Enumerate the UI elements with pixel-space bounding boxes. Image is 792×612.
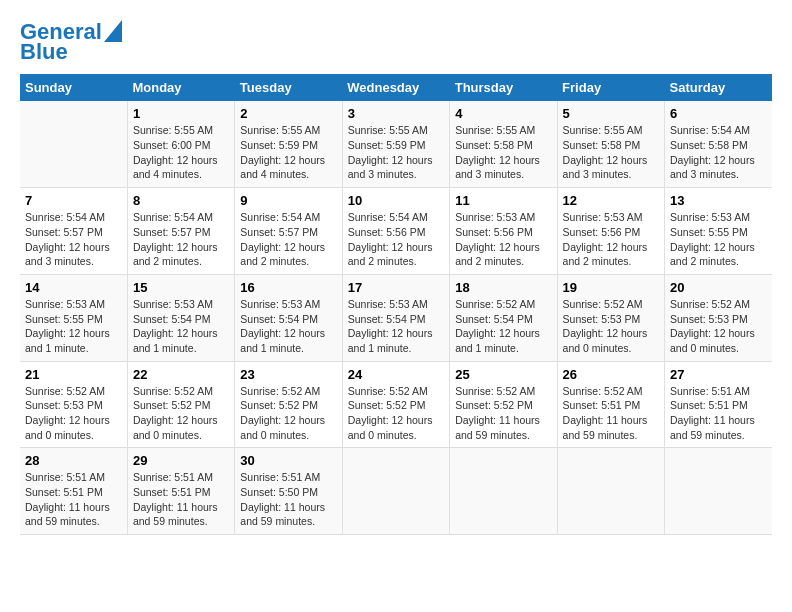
page-header: General Blue: [20, 20, 772, 64]
logo: General Blue: [20, 20, 122, 64]
day-info: Sunrise: 5:51 AM Sunset: 5:50 PM Dayligh…: [240, 470, 336, 529]
calendar-cell: [342, 448, 449, 535]
day-info: Sunrise: 5:53 AM Sunset: 5:54 PM Dayligh…: [133, 297, 229, 356]
calendar-cell: 9Sunrise: 5:54 AM Sunset: 5:57 PM Daylig…: [235, 188, 342, 275]
day-number: 29: [133, 453, 229, 468]
day-number: 17: [348, 280, 444, 295]
weekday-header-saturday: Saturday: [665, 74, 772, 101]
calendar-cell: [450, 448, 557, 535]
calendar-cell: 25Sunrise: 5:52 AM Sunset: 5:52 PM Dayli…: [450, 361, 557, 448]
day-info: Sunrise: 5:52 AM Sunset: 5:54 PM Dayligh…: [455, 297, 551, 356]
calendar-cell: 7Sunrise: 5:54 AM Sunset: 5:57 PM Daylig…: [20, 188, 127, 275]
day-number: 26: [563, 367, 659, 382]
day-number: 25: [455, 367, 551, 382]
calendar-cell: 30Sunrise: 5:51 AM Sunset: 5:50 PM Dayli…: [235, 448, 342, 535]
day-info: Sunrise: 5:52 AM Sunset: 5:52 PM Dayligh…: [133, 384, 229, 443]
calendar-cell: 18Sunrise: 5:52 AM Sunset: 5:54 PM Dayli…: [450, 274, 557, 361]
day-number: 1: [133, 106, 229, 121]
day-info: Sunrise: 5:54 AM Sunset: 5:57 PM Dayligh…: [133, 210, 229, 269]
day-info: Sunrise: 5:51 AM Sunset: 5:51 PM Dayligh…: [670, 384, 767, 443]
calendar-cell: 13Sunrise: 5:53 AM Sunset: 5:55 PM Dayli…: [665, 188, 772, 275]
day-info: Sunrise: 5:52 AM Sunset: 5:52 PM Dayligh…: [240, 384, 336, 443]
weekday-header-sunday: Sunday: [20, 74, 127, 101]
calendar-cell: 3Sunrise: 5:55 AM Sunset: 5:59 PM Daylig…: [342, 101, 449, 187]
day-number: 21: [25, 367, 122, 382]
day-number: 15: [133, 280, 229, 295]
calendar-cell: 17Sunrise: 5:53 AM Sunset: 5:54 PM Dayli…: [342, 274, 449, 361]
calendar-cell: 6Sunrise: 5:54 AM Sunset: 5:58 PM Daylig…: [665, 101, 772, 187]
week-row-5: 28Sunrise: 5:51 AM Sunset: 5:51 PM Dayli…: [20, 448, 772, 535]
day-info: Sunrise: 5:55 AM Sunset: 5:59 PM Dayligh…: [348, 123, 444, 182]
day-number: 8: [133, 193, 229, 208]
day-info: Sunrise: 5:53 AM Sunset: 5:55 PM Dayligh…: [25, 297, 122, 356]
day-info: Sunrise: 5:53 AM Sunset: 5:56 PM Dayligh…: [455, 210, 551, 269]
calendar-table: SundayMondayTuesdayWednesdayThursdayFrid…: [20, 74, 772, 535]
calendar-cell: 23Sunrise: 5:52 AM Sunset: 5:52 PM Dayli…: [235, 361, 342, 448]
day-info: Sunrise: 5:53 AM Sunset: 5:54 PM Dayligh…: [240, 297, 336, 356]
week-row-2: 7Sunrise: 5:54 AM Sunset: 5:57 PM Daylig…: [20, 188, 772, 275]
weekday-header-thursday: Thursday: [450, 74, 557, 101]
weekday-header-wednesday: Wednesday: [342, 74, 449, 101]
calendar-cell: 29Sunrise: 5:51 AM Sunset: 5:51 PM Dayli…: [127, 448, 234, 535]
day-number: 12: [563, 193, 659, 208]
day-info: Sunrise: 5:51 AM Sunset: 5:51 PM Dayligh…: [25, 470, 122, 529]
calendar-cell: 16Sunrise: 5:53 AM Sunset: 5:54 PM Dayli…: [235, 274, 342, 361]
day-info: Sunrise: 5:52 AM Sunset: 5:53 PM Dayligh…: [563, 297, 659, 356]
day-info: Sunrise: 5:52 AM Sunset: 5:51 PM Dayligh…: [563, 384, 659, 443]
day-info: Sunrise: 5:54 AM Sunset: 5:57 PM Dayligh…: [240, 210, 336, 269]
day-info: Sunrise: 5:54 AM Sunset: 5:57 PM Dayligh…: [25, 210, 122, 269]
day-number: 16: [240, 280, 336, 295]
svg-marker-0: [104, 20, 122, 42]
calendar-cell: 19Sunrise: 5:52 AM Sunset: 5:53 PM Dayli…: [557, 274, 664, 361]
calendar-cell: 8Sunrise: 5:54 AM Sunset: 5:57 PM Daylig…: [127, 188, 234, 275]
day-number: 14: [25, 280, 122, 295]
logo-text2: Blue: [20, 40, 68, 64]
day-number: 20: [670, 280, 767, 295]
day-number: 4: [455, 106, 551, 121]
weekday-header-tuesday: Tuesday: [235, 74, 342, 101]
calendar-cell: 2Sunrise: 5:55 AM Sunset: 5:59 PM Daylig…: [235, 101, 342, 187]
calendar-cell: 14Sunrise: 5:53 AM Sunset: 5:55 PM Dayli…: [20, 274, 127, 361]
calendar-cell: 21Sunrise: 5:52 AM Sunset: 5:53 PM Dayli…: [20, 361, 127, 448]
day-number: 22: [133, 367, 229, 382]
weekday-header-row: SundayMondayTuesdayWednesdayThursdayFrid…: [20, 74, 772, 101]
weekday-header-monday: Monday: [127, 74, 234, 101]
calendar-cell: 26Sunrise: 5:52 AM Sunset: 5:51 PM Dayli…: [557, 361, 664, 448]
day-info: Sunrise: 5:52 AM Sunset: 5:52 PM Dayligh…: [348, 384, 444, 443]
day-info: Sunrise: 5:55 AM Sunset: 5:59 PM Dayligh…: [240, 123, 336, 182]
day-info: Sunrise: 5:52 AM Sunset: 5:53 PM Dayligh…: [25, 384, 122, 443]
calendar-cell: 27Sunrise: 5:51 AM Sunset: 5:51 PM Dayli…: [665, 361, 772, 448]
calendar-cell: 5Sunrise: 5:55 AM Sunset: 5:58 PM Daylig…: [557, 101, 664, 187]
calendar-cell: 20Sunrise: 5:52 AM Sunset: 5:53 PM Dayli…: [665, 274, 772, 361]
calendar-cell: [557, 448, 664, 535]
day-info: Sunrise: 5:52 AM Sunset: 5:52 PM Dayligh…: [455, 384, 551, 443]
day-number: 2: [240, 106, 336, 121]
day-info: Sunrise: 5:53 AM Sunset: 5:55 PM Dayligh…: [670, 210, 767, 269]
week-row-4: 21Sunrise: 5:52 AM Sunset: 5:53 PM Dayli…: [20, 361, 772, 448]
day-number: 18: [455, 280, 551, 295]
day-number: 3: [348, 106, 444, 121]
day-number: 10: [348, 193, 444, 208]
day-number: 23: [240, 367, 336, 382]
day-info: Sunrise: 5:52 AM Sunset: 5:53 PM Dayligh…: [670, 297, 767, 356]
calendar-cell: 1Sunrise: 5:55 AM Sunset: 6:00 PM Daylig…: [127, 101, 234, 187]
calendar-cell: 24Sunrise: 5:52 AM Sunset: 5:52 PM Dayli…: [342, 361, 449, 448]
day-number: 5: [563, 106, 659, 121]
day-number: 7: [25, 193, 122, 208]
calendar-cell: 10Sunrise: 5:54 AM Sunset: 5:56 PM Dayli…: [342, 188, 449, 275]
day-number: 24: [348, 367, 444, 382]
day-number: 28: [25, 453, 122, 468]
day-number: 19: [563, 280, 659, 295]
day-info: Sunrise: 5:53 AM Sunset: 5:56 PM Dayligh…: [563, 210, 659, 269]
day-info: Sunrise: 5:55 AM Sunset: 5:58 PM Dayligh…: [563, 123, 659, 182]
calendar-cell: 11Sunrise: 5:53 AM Sunset: 5:56 PM Dayli…: [450, 188, 557, 275]
day-info: Sunrise: 5:54 AM Sunset: 5:58 PM Dayligh…: [670, 123, 767, 182]
calendar-cell: 12Sunrise: 5:53 AM Sunset: 5:56 PM Dayli…: [557, 188, 664, 275]
calendar-cell: 15Sunrise: 5:53 AM Sunset: 5:54 PM Dayli…: [127, 274, 234, 361]
day-number: 27: [670, 367, 767, 382]
day-info: Sunrise: 5:55 AM Sunset: 5:58 PM Dayligh…: [455, 123, 551, 182]
day-number: 13: [670, 193, 767, 208]
day-number: 9: [240, 193, 336, 208]
day-number: 30: [240, 453, 336, 468]
calendar-cell: 22Sunrise: 5:52 AM Sunset: 5:52 PM Dayli…: [127, 361, 234, 448]
